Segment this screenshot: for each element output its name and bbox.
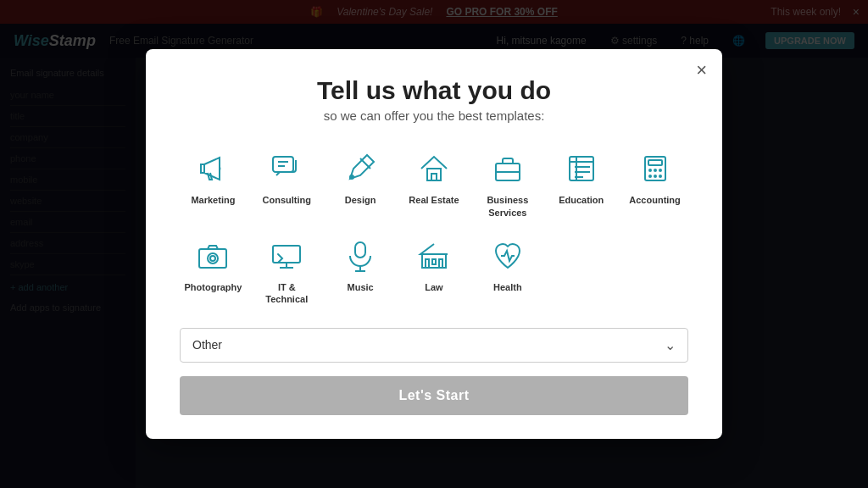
svg-rect-6 xyxy=(431,174,437,180)
computer-icon xyxy=(266,236,307,276)
category-marketing[interactable]: Marketing xyxy=(180,143,247,224)
design-icon xyxy=(340,148,381,189)
svg-rect-37 xyxy=(432,259,436,264)
category-real-estate[interactable]: Real Estate xyxy=(401,143,468,224)
modal-subtitle: so we can offer you the best templates: xyxy=(180,108,688,123)
health-label: Health xyxy=(493,281,522,293)
svg-rect-26 xyxy=(273,246,300,263)
svg-point-19 xyxy=(659,169,662,172)
svg-point-17 xyxy=(648,169,652,172)
modal-title: Tell us what you do xyxy=(180,76,688,105)
education-label: Education xyxy=(559,194,604,206)
svg-point-18 xyxy=(654,169,657,172)
chat-icon xyxy=(266,148,307,189)
svg-rect-23 xyxy=(199,249,226,268)
other-dropdown[interactable]: Other ⌄ xyxy=(180,328,688,363)
marketing-label: Marketing xyxy=(191,194,235,206)
book-icon xyxy=(561,148,602,189)
category-it-technical[interactable]: IT & Technical xyxy=(253,230,320,311)
music-label: Music xyxy=(348,281,374,293)
category-photography[interactable]: Photography xyxy=(180,230,247,311)
lets-start-button[interactable]: Let's Start xyxy=(180,376,688,415)
category-design[interactable]: Design xyxy=(327,143,394,224)
modal: × Tell us what you do so we can offer yo… xyxy=(146,49,722,438)
category-law[interactable]: Law xyxy=(401,230,468,311)
accounting-label: Accounting xyxy=(629,194,681,206)
megaphone-icon xyxy=(192,148,233,189)
it-technical-label: IT & Technical xyxy=(257,281,317,306)
category-music[interactable]: Music xyxy=(327,230,394,311)
svg-rect-36 xyxy=(439,259,442,268)
svg-rect-30 xyxy=(355,242,365,258)
category-grid: Marketing Consulting Design xyxy=(180,143,688,310)
home-icon xyxy=(414,148,454,189)
dropdown-value: Other xyxy=(192,338,665,352)
svg-rect-16 xyxy=(648,160,662,165)
consulting-label: Consulting xyxy=(263,194,311,206)
chevron-down-icon: ⌄ xyxy=(665,337,676,353)
svg-point-22 xyxy=(659,175,662,178)
category-health[interactable]: Health xyxy=(474,230,541,311)
svg-rect-0 xyxy=(273,157,293,172)
modal-close-button[interactable]: × xyxy=(696,61,707,80)
svg-point-24 xyxy=(208,253,218,263)
category-accounting[interactable]: Accounting xyxy=(621,143,688,224)
calculator-icon xyxy=(635,148,676,189)
briefcase-icon xyxy=(487,148,528,189)
design-label: Design xyxy=(345,194,376,206)
svg-point-20 xyxy=(648,175,652,178)
category-consulting[interactable]: Consulting xyxy=(253,143,320,224)
svg-point-25 xyxy=(210,256,215,261)
camera-icon xyxy=(192,236,233,276)
photography-label: Photography xyxy=(185,281,242,293)
real-estate-label: Real Estate xyxy=(409,194,459,206)
business-services-label: Business Services xyxy=(477,194,537,219)
building-icon xyxy=(414,236,454,276)
category-education[interactable]: Education xyxy=(548,143,615,224)
svg-line-3 xyxy=(360,158,370,169)
category-business-services[interactable]: Business Services xyxy=(474,143,541,224)
heart-icon xyxy=(487,236,528,276)
svg-point-4 xyxy=(349,175,354,180)
svg-point-21 xyxy=(654,175,657,178)
modal-overlay: × Tell us what you do so we can offer yo… xyxy=(0,0,868,488)
microphone-icon xyxy=(340,236,381,276)
svg-rect-35 xyxy=(426,259,429,268)
law-label: Law xyxy=(425,281,442,293)
